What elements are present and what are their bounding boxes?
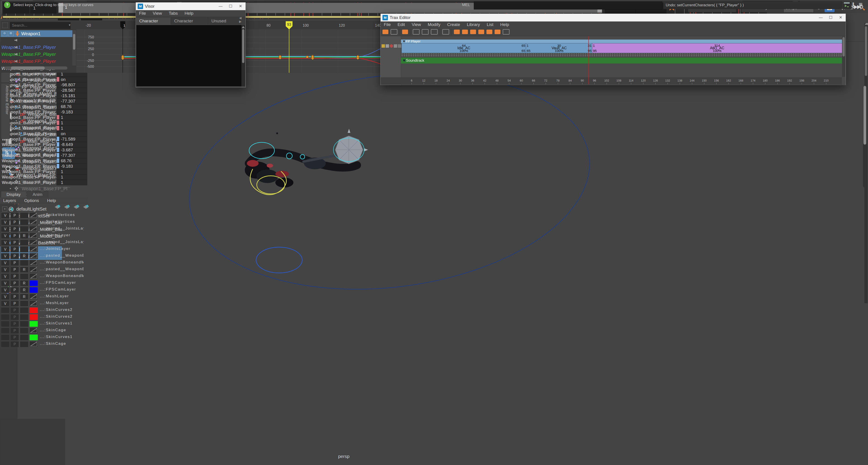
visor-content[interactable] [136,25,241,86]
channel-row[interactable]: Weapon1_Base:FP_Player_Mod...-28.567 [0,88,84,93]
layer-reference-toggle[interactable] [20,219,29,225]
layer-row[interactable]: P...:SkinCurves1 [1,321,84,327]
layer-reference-toggle[interactable] [20,307,29,313]
channel-value-field[interactable]: -9.183 [57,109,87,115]
layer-color-swatch[interactable] [29,280,38,286]
layer-color-swatch[interactable] [29,307,38,313]
layer-row[interactable]: VPR...:FPSCamLayer [1,280,84,287]
layer-reference-toggle[interactable] [20,246,29,253]
layer-row[interactable]: VPR...:MeshLayer [1,293,84,300]
layer-reference-toggle[interactable] [20,260,29,266]
layer-playback-toggle[interactable]: P [10,307,19,313]
script-editor-icon[interactable] [843,1,851,9]
layer-visibility-toggle[interactable]: V [1,233,9,239]
trax-up-weight-icon[interactable] [470,30,476,34]
channel-row[interactable]: Weapon1_Base:FP_Player_Mod...on [0,131,84,136]
graph-channel-row[interactable]: Weapon1_Base:FP_Player [1,51,69,58]
channel-value-field[interactable]: -77.307 [57,153,87,158]
channel-row[interactable]: Weapon1_Base:FP_Player_Mod...1 [0,126,84,131]
layer-playback-toggle[interactable]: P [10,300,19,307]
layer-row[interactable]: VP...:pasted__JointsLayer [1,239,84,246]
layer-playback-toggle[interactable]: P [10,239,19,245]
layer-playback-toggle[interactable]: P [10,219,19,225]
trax-clip-vault_ac[interactable]: 30Vault_AC100%1316595 [526,43,592,53]
layer-color-swatch[interactable] [29,341,38,347]
chevron-down-icon[interactable]: ▼ [68,24,71,27]
trax-menu-help[interactable]: Help [500,22,509,27]
layer-color-swatch[interactable] [29,287,38,293]
layer-reference-toggle[interactable] [20,226,29,232]
channel-value-field[interactable]: -28.567 [57,88,87,93]
channel-row[interactable]: Weapon1_Base:FP_Player_Mod...-8.649 [0,142,84,147]
layer-playback-toggle[interactable]: P [10,328,19,334]
layer-visibility-toggle[interactable]: V [1,260,9,266]
layer-playback-toggle[interactable]: P [10,321,19,327]
minimize-icon[interactable]: — [216,2,225,10]
layer-visibility-toggle[interactable]: V [1,294,9,300]
layer-color-swatch[interactable] [29,246,38,253]
layer-playback-toggle[interactable]: P [10,294,19,300]
trax-import-clip-icon[interactable] [402,30,408,34]
trax-summary-track[interactable]: ▼FP Player [401,39,843,43]
layer-visibility-toggle[interactable]: V [1,219,9,225]
layer-reference-toggle[interactable] [20,300,29,307]
trax-split-clip-right-icon[interactable] [495,30,500,34]
channel-value-field[interactable]: 1 [57,180,87,185]
layer-reference-toggle[interactable]: R [20,253,29,259]
channel-row[interactable]: Weapon1_Base:FP_Player_Mod...-71.589 [0,136,84,142]
layer-visibility-toggle[interactable]: V [1,300,9,307]
trax-soundtrack[interactable]: ▼Soundtrack [401,58,843,64]
layer-row[interactable]: P...:SkinCage [1,341,84,347]
graph-search-input[interactable] [10,22,70,29]
trax-add-track-icon[interactable] [503,29,509,35]
layer-visibility-toggle[interactable]: V [1,280,9,286]
trax-playhead[interactable] [588,36,589,84]
layers-options-menu[interactable]: Options [24,198,39,203]
layer-visibility-toggle[interactable] [1,328,9,334]
layer-playback-toggle[interactable]: P [10,253,19,259]
channel-row[interactable]: Weapon1_Base:FP_Player_Mod...1 [0,120,84,126]
layer-row[interactable]: VPR...:FPSCamLayer [1,287,84,293]
tab-character-clips[interactable]: Character Clips [136,17,171,25]
layer-reference-toggle[interactable] [20,212,29,219]
tab-character-poses[interactable]: Character Poses [171,17,208,25]
channel-value-field[interactable]: 1 [57,169,87,174]
layers-menu[interactable]: Layers [3,198,16,203]
channel-value-field[interactable]: on [57,77,87,82]
layer-playback-toggle[interactable]: P [10,226,19,232]
tab-unused-clips[interactable]: Unused Clips [208,17,239,25]
layer-visibility-toggle[interactable] [1,334,9,340]
trax-menu-view[interactable]: View [412,22,421,27]
maximize-icon[interactable]: ☐ [826,14,836,22]
layer-reference-toggle[interactable] [20,273,29,279]
layer-color-swatch[interactable] [29,226,38,232]
layer-reference-toggle[interactable] [20,341,29,347]
minimize-icon[interactable]: — [816,14,826,22]
layer-visibility-toggle[interactable]: V [1,212,9,219]
trax-down-weight-icon[interactable] [478,30,484,34]
trax-create-clip-icon[interactable] [454,30,460,34]
layer-reference-toggle[interactable]: R [20,233,29,239]
layer-visibility-toggle[interactable] [1,321,9,327]
layer-reference-toggle[interactable]: R [20,294,29,300]
layer-row[interactable]: P...:SkinCurves2 [1,307,84,313]
mel-label[interactable]: MEL [462,3,470,7]
panel-splitter[interactable] [13,187,70,188]
visor-menu-help[interactable]: Help [185,11,193,16]
channel-value-field[interactable]: 68.76 [57,104,87,109]
visor-menu-tabs[interactable]: Tabs [168,11,178,16]
layer-row[interactable]: VP...:JointsLayer [1,246,84,253]
layer-color-swatch[interactable] [29,314,38,320]
layer-move-down-icon[interactable] [64,204,70,210]
trax-frame-playback-icon[interactable] [431,29,438,35]
layer-color-swatch[interactable] [29,267,38,273]
tab-anim[interactable]: Anim [27,191,49,198]
collapse-icon[interactable]: ⊖ [2,31,7,36]
trax-menu-create[interactable]: Create [447,22,460,27]
channel-value-field[interactable]: 1 [57,126,87,131]
channel-value-field[interactable]: -98.807 [57,82,87,88]
channel-row[interactable]: Weapon1_Base:FP_Player_Mod...on [0,77,84,82]
layers-help-menu[interactable]: Help [47,198,56,203]
tab-scroll-left-icon[interactable]: ◀ [239,16,242,20]
tab-display[interactable]: Display [1,191,26,198]
